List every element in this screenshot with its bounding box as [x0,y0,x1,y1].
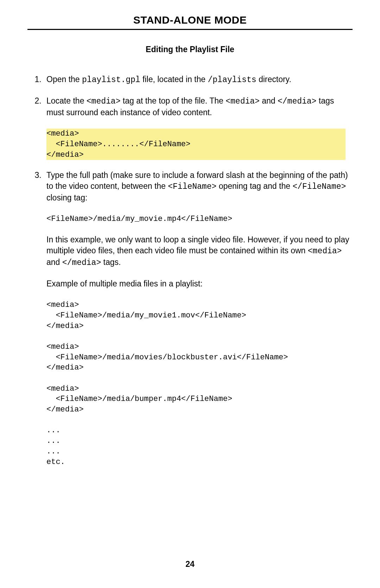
text: and [46,258,62,267]
code-inline: </media> [62,258,101,267]
step-3: Type the full path (make sure to include… [44,170,353,467]
paragraph: Example of multiple media ﬁles in a play… [46,278,353,289]
header-divider [27,29,353,30]
text: Locate the [46,96,87,105]
code-line: </media> [46,150,346,160]
code-inline: <FileName> [168,182,216,191]
text: opening tag and the [216,181,292,191]
code-inline: <media> [308,247,342,256]
text: In this example, we only want to loop a … [46,235,349,255]
code-inline: playlist.gpl [82,75,140,85]
code-block: <media> <FileName>/media/my_movie1.mov</… [46,300,353,467]
code-line: <FileName>........</FileName> [46,139,346,150]
page-header-title: STAND-ALONE MODE [27,14,353,29]
step-2: Locate the <media> tag at the top of the… [44,95,353,160]
instruction-list: Open the playlist.gpl ﬁle, located in th… [27,74,353,467]
text: Open the [46,75,82,84]
code-inline: <media> [87,97,121,106]
page-number: 24 [0,559,380,569]
code-inline: <media> [226,97,260,106]
text: and [260,96,278,105]
text: tag at the top of the ﬁle. The [120,96,226,105]
text: directory. [256,75,291,84]
code-inline: /playlists [208,75,256,85]
code-line: <media> [46,129,346,139]
code-inline: </media> [278,97,316,106]
section-subtitle: Editing the Playlist File [27,45,353,54]
step-1: Open the playlist.gpl ﬁle, located in th… [44,74,353,86]
text: closing tag: [46,193,87,202]
code-inline: </FileName> [292,182,346,191]
code-block-highlighted: <media> <FileName>........</FileName> </… [46,129,346,160]
code-block: <FileName>/media/my_movie.mp4</FileName> [46,214,353,224]
text: ﬁle, located in the [140,75,208,84]
paragraph: In this example, we only want to loop a … [46,234,353,268]
text: tags. [101,258,121,267]
